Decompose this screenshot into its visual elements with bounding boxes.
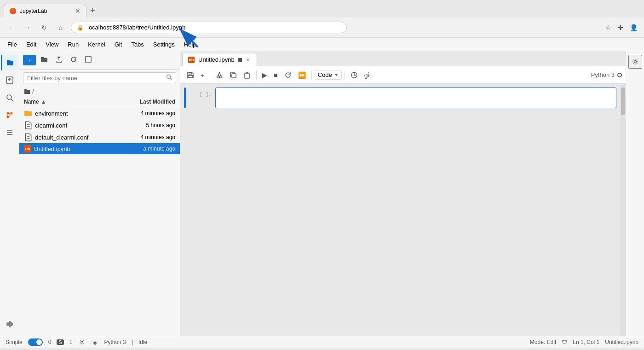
file-name-environment: environment [35, 110, 115, 117]
notebook-tab-untitled[interactable]: nb Untitled.ipynb ✕ [182, 53, 256, 66]
menu-file[interactable]: File [4, 40, 21, 49]
bookmark-button[interactable]: ☆ [604, 22, 613, 33]
column-modified-header: Last Modified [115, 99, 175, 105]
open-folder-button[interactable] [38, 54, 51, 66]
file-search [23, 72, 176, 83]
right-sidebar [626, 51, 644, 336]
git-label: git [364, 71, 371, 79]
status-toggle[interactable] [28, 338, 43, 346]
lock-icon: 🔒 [77, 24, 84, 31]
svg-line-27 [219, 72, 221, 76]
file-item-clearml-conf[interactable]: clearml.conf 5 hours ago [19, 119, 180, 131]
sidebar-item-commands[interactable] [2, 125, 17, 140]
notebook-content: [ ]: [180, 84, 620, 336]
svg-point-7 [10, 112, 12, 115]
status-bar: Simple 0 S 1 ◈ Python 3 | Idle Mode: Edi… [0, 336, 644, 348]
close-notebook-tab[interactable]: ✕ [246, 57, 250, 63]
toolbar-separator-3 [311, 70, 312, 80]
settings-icon-btn[interactable] [628, 55, 642, 69]
notebook-toolbar: + [180, 66, 626, 84]
sidebar-item-search[interactable] [2, 90, 17, 105]
file-item-untitled-ipynb[interactable]: nb Untitled.ipynb a minute ago [19, 143, 180, 154]
settings-gear-button[interactable] [78, 338, 86, 346]
file-item-default-clearml-conf[interactable]: default_clearml.conf 4 minutes ago [19, 131, 180, 143]
copy-cell-button[interactable] [227, 70, 240, 80]
toggle-switch[interactable] [28, 338, 43, 346]
paste-cell-button[interactable] [241, 70, 253, 80]
shield-icon: 🛡 [562, 339, 567, 345]
cut-cell-button[interactable] [213, 70, 226, 80]
run-cell-button[interactable]: ▶ [259, 70, 270, 80]
svg-point-24 [217, 76, 219, 78]
python3-status-label: Python 3 [104, 339, 126, 345]
stop-kernel-button[interactable]: ■ [271, 70, 280, 80]
cell-input[interactable] [219, 92, 612, 103]
clock-button[interactable] [348, 70, 361, 80]
restart-kernel-button[interactable] [282, 70, 294, 80]
sidebar-item-git[interactable] [2, 107, 17, 123]
home-button[interactable]: ⌂ [54, 21, 67, 34]
notebook-icon: nb [24, 145, 31, 152]
restart-run-button[interactable]: ⏩ [295, 70, 309, 80]
file-item-environment[interactable]: environment 4 minutes ago [19, 107, 180, 119]
browser-tab-jupyterlab[interactable]: JupyterLab ✕ [4, 4, 86, 18]
cell-1: [ ]: [184, 88, 616, 108]
file-search-input[interactable] [27, 75, 163, 82]
file-name-untitled-ipynb: Untitled.ipynb [34, 146, 115, 152]
save-button[interactable] [184, 70, 197, 80]
menu-git[interactable]: Git [111, 40, 126, 49]
back-button[interactable]: ← [5, 21, 17, 34]
kernel-status: Python 3 [591, 71, 622, 78]
notebook-favicon: nb [188, 57, 195, 63]
clear-button[interactable] [82, 54, 95, 66]
menu-kernel[interactable]: Kernel [84, 40, 109, 49]
file-name-default-clearml-conf: default_clearml.conf [35, 134, 115, 141]
sidebar-item-upload[interactable] [2, 72, 17, 88]
file-modified-clearml-conf: 5 hours ago [115, 122, 175, 128]
tab-title: JupyterLab [20, 8, 71, 14]
toggle-knob [36, 339, 42, 345]
svg-point-32 [81, 341, 83, 343]
tab-bar: JupyterLab ✕ + [0, 0, 644, 18]
menu-edit[interactable]: Edit [23, 40, 40, 49]
svg-point-6 [6, 112, 9, 115]
toolbar-separator-4 [345, 70, 345, 80]
add-cell-button[interactable]: + [198, 70, 207, 80]
menu-view[interactable]: View [42, 40, 62, 49]
close-tab-btn[interactable]: ✕ [75, 7, 80, 15]
file-modified-default-clearml-conf: 4 minutes ago [115, 134, 175, 140]
address-bar[interactable]: 🔒 [71, 22, 347, 33]
refresh-button[interactable] [67, 54, 80, 66]
sidebar-item-extensions[interactable] [2, 316, 17, 332]
reload-button[interactable]: ↻ [38, 21, 51, 34]
menu-run[interactable]: Run [64, 40, 82, 49]
file-modified-untitled-ipynb: a minute ago [115, 146, 175, 152]
menu-help[interactable]: Help [180, 40, 200, 49]
extensions-button[interactable]: ✚ [616, 22, 625, 33]
svg-point-4 [7, 95, 12, 99]
file-panel: + [19, 51, 180, 336]
menu-tabs[interactable]: Tabs [127, 40, 147, 49]
menu-settings[interactable]: Settings [150, 40, 178, 49]
upload-button[interactable] [52, 54, 65, 66]
nav-bar: ← → ↻ ⌂ 🔒 ☆ ✚ 👤 [0, 18, 644, 38]
forward-button[interactable]: → [21, 21, 34, 34]
file-list: environment 4 minutes ago clearml.conf 5… [19, 107, 180, 336]
status-right: Mode: Edit 🛡 Ln 1, Col 1 Untitled.ipynb [530, 339, 638, 345]
scroll-thumb[interactable] [621, 88, 625, 115]
cell-type-selector[interactable]: Code [315, 70, 342, 80]
new-file-button[interactable]: + [23, 55, 36, 65]
convert-button[interactable]: ◈ [92, 338, 98, 347]
kernel-idle-indicator [617, 73, 622, 77]
file-list-header[interactable]: Name ▲ Last Modified [19, 97, 180, 107]
url-input[interactable] [87, 24, 341, 31]
svg-rect-22 [189, 72, 191, 74]
modified-indicator [238, 58, 242, 62]
cell-execution-count: [ ]: [200, 91, 212, 97]
zero-label: 0 [48, 339, 52, 345]
new-tab-button[interactable]: + [86, 4, 99, 18]
sidebar-item-files[interactable] [1, 55, 18, 70]
git-button[interactable]: git [362, 70, 374, 80]
account-button[interactable]: 👤 [628, 22, 639, 33]
notebook-scrollbar[interactable] [620, 84, 626, 336]
